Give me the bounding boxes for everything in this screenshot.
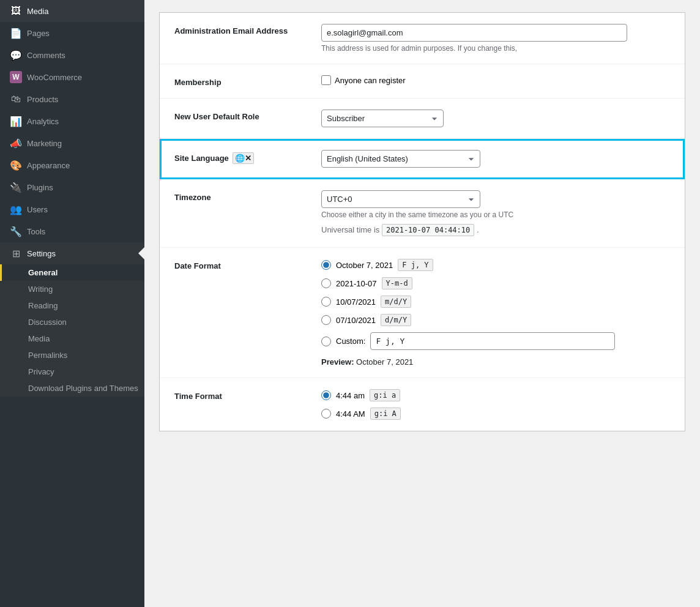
membership-checkbox-label[interactable]: Anyone can register	[335, 76, 406, 85]
sidebar: 🖼 Media 📄 Pages 💬 Comments W WooCommerce…	[0, 0, 144, 607]
timezone-label: Timezone	[174, 190, 309, 202]
sidebar-item-marketing[interactable]: 📣 Marketing	[0, 132, 144, 154]
sidebar-item-analytics[interactable]: 📊 Analytics	[0, 110, 144, 132]
submenu-item-media[interactable]: Media	[0, 330, 144, 347]
date-format-code-4: d/m/Y	[381, 314, 411, 326]
sidebar-label-media: Media	[27, 7, 138, 16]
new-user-role-select[interactable]: Subscriber Contributor Author Editor Adm…	[321, 110, 444, 127]
admin-email-hint: This address is used for admin purposes.…	[321, 44, 670, 53]
submenu-item-discussion[interactable]: Discussion	[0, 314, 144, 330]
date-preview-label: Preview:	[321, 357, 354, 367]
date-format-preview: Preview: October 7, 2021	[321, 357, 670, 367]
sidebar-item-woocommerce[interactable]: W WooCommerce	[0, 66, 144, 88]
date-format-label-2[interactable]: 2021-10-07	[336, 279, 377, 288]
universal-time-label: Universal time is	[321, 225, 379, 234]
sidebar-item-tools[interactable]: 🔧 Tools	[0, 220, 144, 242]
date-format-label-4[interactable]: 07/10/2021	[336, 316, 376, 325]
time-format-radio-group: 4:44 am g:i a 4:44 AM g:i A	[321, 389, 670, 420]
sidebar-item-pages[interactable]: 📄 Pages	[0, 22, 144, 44]
sidebar-label-woocommerce: WooCommerce	[27, 73, 138, 82]
new-user-role-label: New User Default Role	[174, 110, 309, 121]
timezone-row: Timezone UTC+0 Choose either a city in t…	[160, 179, 685, 248]
date-format-radio-4[interactable]	[321, 315, 331, 325]
submenu-item-writing[interactable]: Writing	[0, 281, 144, 297]
sidebar-label-settings: Settings	[27, 249, 138, 258]
appearance-icon: 🎨	[10, 160, 22, 171]
submenu-item-general[interactable]: General	[0, 264, 144, 281]
sidebar-item-users[interactable]: 👥 Users	[0, 198, 144, 220]
date-format-label-custom[interactable]: Custom:	[336, 337, 365, 346]
admin-email-label: Administration Email Address	[174, 24, 309, 35]
submenu-item-privacy[interactable]: Privacy	[0, 363, 144, 380]
date-format-radio-group: October 7, 2021 F j, Y 2021-10-07 Y-m-d …	[321, 259, 670, 350]
time-format-option-2: 4:44 AM g:i A	[321, 408, 670, 420]
membership-control: Anyone can register	[321, 75, 670, 85]
sidebar-label-products: Products	[27, 95, 138, 104]
site-language-row: Site Language 🌐✕ English (United States)	[160, 139, 685, 179]
membership-checkbox[interactable]	[321, 75, 331, 85]
date-format-radio-3[interactable]	[321, 297, 331, 307]
time-format-code-2: g:i A	[370, 408, 401, 420]
date-format-option-1: October 7, 2021 F j, Y	[321, 259, 670, 271]
timezone-control: UTC+0 Choose either a city in the same t…	[321, 190, 670, 236]
date-format-label: Date Format	[174, 259, 309, 270]
sidebar-label-analytics: Analytics	[27, 117, 138, 126]
time-format-radio-2[interactable]	[321, 409, 331, 419]
date-format-label-3[interactable]: 10/07/2021	[336, 297, 376, 307]
time-format-code-1: g:i a	[370, 389, 400, 401]
plugins-icon: 🔌	[10, 182, 22, 193]
time-format-label: Time Format	[174, 389, 309, 401]
submenu-item-reading[interactable]: Reading	[0, 297, 144, 314]
date-format-custom-input[interactable]	[370, 332, 615, 350]
language-icon: 🌐✕	[233, 152, 254, 164]
sidebar-item-products[interactable]: 🛍 Products	[0, 88, 144, 110]
sidebar-item-settings[interactable]: ⊞ Settings	[0, 242, 144, 264]
sidebar-item-plugins[interactable]: 🔌 Plugins	[0, 176, 144, 198]
admin-email-control: This address is used for admin purposes.…	[321, 24, 670, 53]
universal-time-row: Universal time is 2021-10-07 04:44:10 .	[321, 224, 670, 236]
sidebar-item-comments[interactable]: 💬 Comments	[0, 44, 144, 66]
tools-icon: 🔧	[10, 226, 22, 237]
time-format-label-2[interactable]: 4:44 AM	[336, 409, 365, 419]
time-format-label-1[interactable]: 4:44 am	[336, 391, 365, 400]
new-user-role-row: New User Default Role Subscriber Contrib…	[160, 99, 685, 139]
admin-email-row: Administration Email Address This addres…	[160, 13, 685, 64]
analytics-icon: 📊	[10, 116, 22, 127]
settings-arrow	[138, 247, 144, 259]
date-format-radio-1[interactable]	[321, 260, 331, 270]
date-format-option-3: 10/07/2021 m/d/Y	[321, 296, 670, 308]
sidebar-label-tools: Tools	[27, 227, 138, 236]
admin-email-input[interactable]	[321, 24, 627, 42]
membership-row: Membership Anyone can register	[160, 64, 685, 99]
date-format-radio-custom[interactable]	[321, 337, 331, 346]
time-format-row: Time Format 4:44 am g:i a 4:44 AM g:i A	[160, 378, 685, 431]
users-icon: 👥	[10, 204, 22, 215]
date-format-code-1: F j, Y	[398, 259, 433, 271]
time-format-radio-1[interactable]	[321, 390, 331, 400]
submenu-item-download-plugins[interactable]: Download Plugins and Themes	[0, 380, 144, 397]
time-format-control: 4:44 am g:i a 4:44 AM g:i A	[321, 389, 670, 420]
site-language-control: English (United States)	[321, 150, 670, 168]
universal-time-period: .	[477, 225, 479, 234]
marketing-icon: 📣	[10, 138, 22, 149]
submenu-item-permalinks[interactable]: Permalinks	[0, 347, 144, 363]
comments-icon: 💬	[10, 50, 22, 61]
site-language-label: Site Language 🌐✕	[174, 150, 309, 164]
date-format-option-2: 2021-10-07 Y-m-d	[321, 277, 670, 289]
site-language-select[interactable]: English (United States)	[321, 150, 480, 168]
date-format-radio-2[interactable]	[321, 278, 331, 288]
timezone-select[interactable]: UTC+0	[321, 190, 480, 208]
sidebar-label-marketing: Marketing	[27, 139, 138, 148]
date-format-row: Date Format October 7, 2021 F j, Y 2021-…	[160, 248, 685, 378]
sidebar-item-media[interactable]: 🖼 Media	[0, 0, 144, 22]
sidebar-label-appearance: Appearance	[27, 161, 138, 170]
settings-form: Administration Email Address This addres…	[159, 12, 685, 431]
time-format-option-1: 4:44 am g:i a	[321, 389, 670, 401]
date-preview-value: October 7, 2021	[356, 357, 413, 367]
media-icon: 🖼	[10, 6, 22, 17]
date-format-option-custom: Custom:	[321, 332, 670, 350]
new-user-role-control: Subscriber Contributor Author Editor Adm…	[321, 110, 670, 127]
date-format-label-1[interactable]: October 7, 2021	[336, 261, 393, 270]
sidebar-item-appearance[interactable]: 🎨 Appearance	[0, 154, 144, 176]
date-format-code-2: Y-m-d	[382, 277, 412, 289]
